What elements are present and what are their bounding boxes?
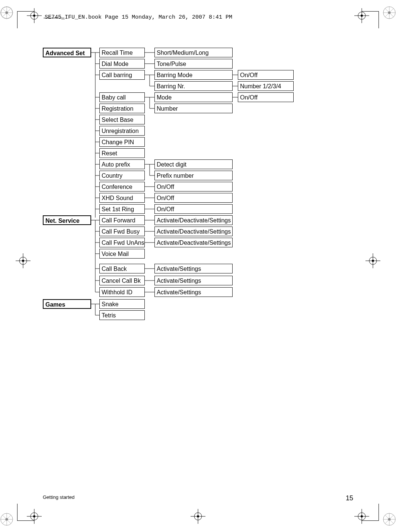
printer-wheel-icon — [0, 6, 13, 19]
svg-point-47 — [372, 260, 374, 262]
opt-call-fwd-unans: Activate/Deactivate/Settings — [154, 238, 233, 247]
item-select-base: Select Base — [99, 115, 145, 124]
item-tetris: Tetris — [99, 310, 145, 320]
opt-baby-mode: Mode — [154, 92, 233, 102]
item-country: Country — [99, 171, 145, 180]
item-reset: Reset — [99, 148, 145, 158]
menu-net-service: Net. Service — [43, 215, 91, 225]
printer-wheel-icon — [0, 513, 13, 526]
opt-barring-mode: Barring Mode — [154, 70, 233, 80]
opt-cancel-call-bk: Activate/Settings — [154, 276, 233, 285]
item-call-back: Call Back — [99, 264, 145, 273]
opt-prefix-number: Prefix number — [154, 171, 233, 180]
svg-point-59 — [197, 515, 199, 517]
item-cancel-call-bk: Cancel Call Bk — [99, 276, 145, 285]
page-footer: Getting started 15 — [43, 494, 353, 502]
item-conference: Conference — [99, 182, 145, 191]
registration-mark-icon — [365, 253, 380, 268]
page-header: SE745_IFU_EN.book Page 15 Monday, March … — [45, 14, 232, 20]
opt-conference: On/Off — [154, 182, 233, 191]
val-barring-mode: On/Off — [238, 70, 294, 80]
opt-withhold-id: Activate/Settings — [154, 287, 233, 297]
item-unregistration: Unregistration — [99, 126, 145, 136]
svg-point-43 — [22, 260, 24, 262]
opt-dial-mode: Tone/Pulse — [154, 59, 233, 69]
item-xhd-sound: XHD Sound — [99, 193, 145, 203]
opt-recall-time: Short/Medium/Long — [154, 48, 233, 57]
opt-xhd-sound: On/Off — [154, 193, 233, 203]
menu-games: Games — [43, 299, 91, 309]
item-snake: Snake — [99, 299, 145, 309]
item-call-forward: Call Forward — [99, 215, 145, 225]
item-dial-mode: Dial Mode — [99, 59, 145, 69]
opt-call-back: Activate/Settings — [154, 264, 233, 273]
registration-mark-icon — [27, 8, 42, 23]
opt-detect-digit: Detect digit — [154, 159, 233, 169]
svg-point-19 — [388, 11, 390, 14]
item-voice-mail: Voice Mail — [99, 249, 145, 259]
item-call-fwd-busy: Call Fwd Busy — [99, 227, 145, 236]
registration-mark-icon — [191, 509, 205, 524]
opt-call-fwd-busy: Activate/Deactivate/Settings — [154, 227, 233, 236]
menu-advanced-set: Advanced Set — [43, 48, 91, 57]
item-change-pin: Change PIN — [99, 137, 145, 147]
registration-mark-icon — [354, 509, 369, 524]
val-barring-nr: Number 1/2/3/4 — [238, 81, 294, 91]
opt-call-forward: Activate/Deactivate/Settings — [154, 215, 233, 225]
item-baby-call: Baby call — [99, 92, 145, 102]
svg-point-39 — [361, 15, 363, 17]
item-call-barring: Call barring — [99, 70, 145, 80]
svg-point-13 — [5, 11, 8, 14]
item-set-1st-ring: Set 1st Ring — [99, 204, 145, 214]
opt-baby-number: Number — [154, 104, 233, 113]
item-recall-time: Recall Time — [99, 48, 145, 57]
item-withhold-id: Withhold ID — [99, 287, 145, 297]
printer-wheel-icon — [383, 6, 396, 19]
footer-page-number: 15 — [346, 494, 353, 502]
printer-wheel-icon — [383, 513, 396, 526]
svg-point-51 — [33, 515, 35, 517]
svg-point-31 — [388, 518, 390, 520]
item-registration: Registration — [99, 104, 145, 113]
registration-mark-icon — [354, 8, 369, 23]
opt-barring-nr: Barring Nr. — [154, 81, 233, 91]
item-auto-prefix: Auto prefix — [99, 159, 145, 169]
svg-point-55 — [361, 515, 363, 517]
header-text: SE745_IFU_EN.book Page 15 Monday, March … — [45, 14, 232, 20]
opt-set-1st-ring: On/Off — [154, 204, 233, 214]
registration-mark-icon — [16, 253, 31, 268]
svg-point-35 — [33, 15, 35, 17]
val-baby-mode: On/Off — [238, 92, 294, 102]
registration-mark-icon — [27, 509, 42, 524]
footer-section: Getting started — [43, 494, 74, 502]
svg-point-25 — [5, 518, 8, 520]
item-call-fwd-unans: Call Fwd UnAns — [99, 238, 145, 247]
